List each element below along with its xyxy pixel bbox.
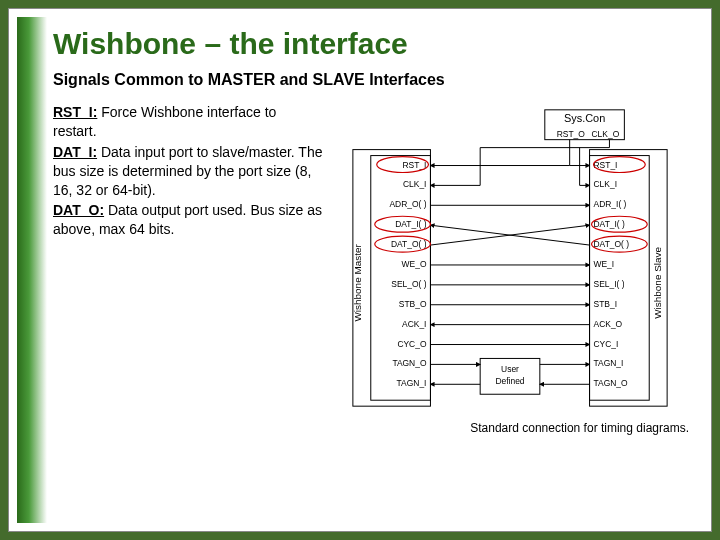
diagram-caption: Standard connection for timing diagrams. bbox=[331, 421, 689, 435]
svg-text:WE_O: WE_O bbox=[402, 259, 427, 269]
svg-text:TAGN_I: TAGN_I bbox=[397, 378, 427, 388]
svg-text:Wishbone Master: Wishbone Master bbox=[352, 244, 363, 322]
signal-description: RST_I: Force Wishbone interface to resta… bbox=[53, 103, 323, 517]
svg-text:Sys.Con: Sys.Con bbox=[564, 112, 605, 124]
svg-text:TAGN_O: TAGN_O bbox=[392, 358, 427, 368]
wishbone-diagram: Sys.Con RST_O CLK_O Wishbone Master Wish… bbox=[331, 103, 689, 413]
svg-text:STB_I: STB_I bbox=[594, 299, 617, 309]
subtitle: Signals Common to MASTER and SLAVE Inter… bbox=[53, 71, 689, 89]
svg-text:User: User bbox=[501, 364, 519, 374]
svg-text:CLK_I: CLK_I bbox=[403, 179, 426, 189]
svg-text:SEL_I( ): SEL_I( ) bbox=[594, 279, 625, 289]
svg-text:CLK_I: CLK_I bbox=[594, 179, 617, 189]
svg-text:CYC_I: CYC_I bbox=[594, 339, 619, 349]
svg-text:DAT_I( ): DAT_I( ) bbox=[594, 219, 625, 229]
svg-text:TAGN_O: TAGN_O bbox=[594, 378, 629, 388]
svg-text:ACK_I: ACK_I bbox=[402, 319, 426, 329]
svg-text:Wishbone Slave: Wishbone Slave bbox=[652, 246, 663, 318]
svg-text:DAT_I( ): DAT_I( ) bbox=[395, 219, 426, 229]
page-title: Wishbone – the interface bbox=[53, 27, 689, 61]
svg-text:DAT_O( ): DAT_O( ) bbox=[391, 239, 427, 249]
svg-text:ADR_O( ): ADR_O( ) bbox=[389, 199, 426, 209]
svg-text:Defined: Defined bbox=[495, 376, 524, 386]
svg-text:WE_I: WE_I bbox=[594, 259, 615, 269]
svg-text:ACK_O: ACK_O bbox=[594, 319, 623, 329]
svg-text:CLK_O: CLK_O bbox=[592, 129, 620, 139]
svg-text:ADR_I( ): ADR_I( ) bbox=[594, 199, 627, 209]
svg-text:SEL_O( ): SEL_O( ) bbox=[391, 279, 426, 289]
svg-text:CYC_O: CYC_O bbox=[397, 339, 427, 349]
svg-text:TAGN_I: TAGN_I bbox=[594, 358, 624, 368]
svg-text:RST_I: RST_I bbox=[403, 160, 427, 170]
svg-text:STB_O: STB_O bbox=[399, 299, 427, 309]
svg-text:DAT_O( ): DAT_O( ) bbox=[594, 239, 630, 249]
svg-text:RST_O: RST_O bbox=[557, 129, 586, 139]
